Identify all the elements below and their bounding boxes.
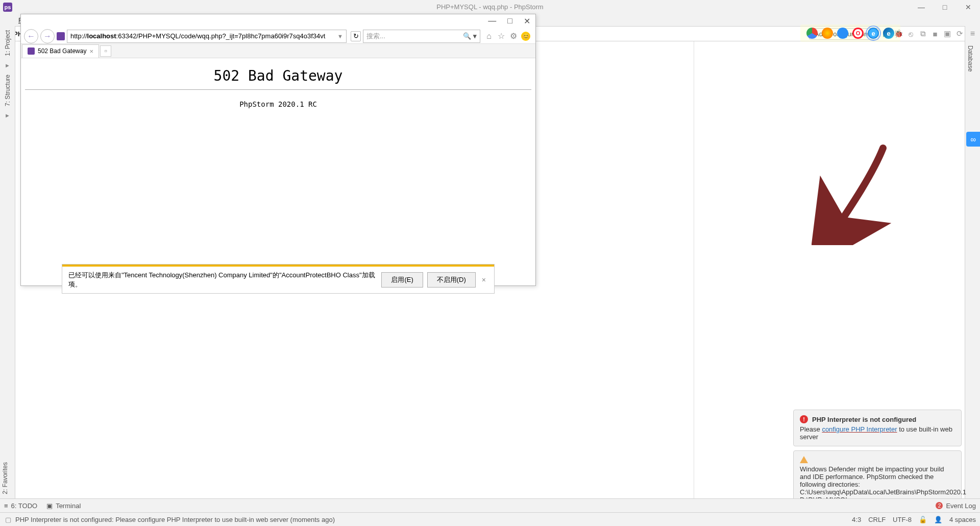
sidebar-project[interactable]: 1: Project bbox=[0, 26, 15, 60]
sidebar-structure[interactable]: 7: Structure bbox=[0, 70, 15, 110]
ie-address-bar[interactable]: http://localhost:63342/PHP+MYSQL/code/wq… bbox=[67, 30, 347, 43]
infobar-close-icon[interactable]: × bbox=[480, 276, 488, 284]
ie-site-icon bbox=[57, 32, 65, 40]
cloud-sync-bubble[interactable]: ∞ bbox=[966, 132, 980, 147]
status-message: PHP Interpreter is not configured: Pleas… bbox=[15, 516, 335, 523]
notification-interpreter: ! PHP Interpreter is not configured Plea… bbox=[793, 410, 962, 446]
sidebar-collapse-icon[interactable]: ► bbox=[0, 60, 15, 70]
disable-button[interactable]: 不启用(D) bbox=[427, 272, 476, 288]
coverage-icon[interactable]: ⎋ bbox=[905, 29, 916, 39]
ie-forward-button[interactable]: → bbox=[40, 29, 55, 43]
ie-close-button[interactable]: ✕ bbox=[524, 16, 530, 26]
sync-icon[interactable]: ⟳ bbox=[954, 29, 965, 39]
ie-feedback-icon[interactable]: 😊 bbox=[521, 32, 530, 41]
ie-tab[interactable]: 502 Bad Gateway × bbox=[22, 44, 99, 58]
error-heading: 502 Bad Gateway bbox=[21, 67, 535, 84]
notification-text-before: Please bbox=[800, 425, 822, 433]
ie-search-placeholder: 搜索... bbox=[366, 32, 385, 41]
ie-minimize-button[interactable]: — bbox=[488, 16, 496, 26]
ie-url-dropdown-icon[interactable]: ▼ bbox=[337, 33, 343, 39]
terminal-tool[interactable]: ▣ Terminal bbox=[46, 502, 81, 510]
layout-icon[interactable]: ▣ bbox=[942, 29, 952, 39]
line-ending[interactable]: CRLF bbox=[868, 516, 886, 523]
close-button[interactable]: ✕ bbox=[957, 0, 980, 14]
defender-dir1: C:\Users\wqq\AppData\Local\JetBrains\Php… bbox=[800, 488, 955, 496]
warning-icon bbox=[800, 456, 808, 463]
inspections-icon[interactable]: 👤 bbox=[934, 515, 942, 523]
ie-tab-favicon bbox=[28, 47, 35, 55]
ie-page-content: 502 Bad Gateway PhpStorm 2020.1 RC 已经可以使… bbox=[21, 58, 535, 300]
server-line: PhpStorm 2020.1 RC bbox=[21, 100, 535, 108]
safari-icon[interactable] bbox=[837, 28, 848, 39]
phpstorm-icon: ps bbox=[3, 3, 12, 12]
maximize-button[interactable]: □ bbox=[933, 0, 957, 14]
status-icon[interactable]: ▢ bbox=[4, 515, 12, 523]
chrome-icon[interactable] bbox=[806, 28, 818, 39]
readonly-icon[interactable]: 🔓 bbox=[919, 515, 927, 523]
event-log-count: 2 bbox=[936, 502, 943, 509]
sidebar-collapse-icon-2[interactable]: ► bbox=[0, 110, 15, 121]
enable-button[interactable]: 启用(E) bbox=[381, 272, 423, 288]
right-sidebar-menu-icon[interactable]: ≡ bbox=[965, 26, 980, 41]
minimize-button[interactable]: — bbox=[910, 0, 933, 14]
ie-home-icon[interactable]: ⌂ bbox=[484, 32, 494, 41]
sidebar-favorites[interactable]: 2: Favorites bbox=[0, 458, 10, 498]
encoding[interactable]: UTF-8 bbox=[893, 516, 912, 523]
firefox-icon[interactable] bbox=[822, 28, 833, 39]
error-icon: ! bbox=[800, 415, 808, 423]
ie-maximize-button[interactable]: □ bbox=[507, 16, 512, 26]
url-path: :63342/PHP+MYSQL/code/wqq.php?_ijt=7pl8h… bbox=[116, 32, 326, 40]
ie-refresh-button[interactable]: ↻ bbox=[351, 31, 361, 41]
edge-icon[interactable]: e bbox=[883, 28, 894, 39]
ie-favorites-icon[interactable]: ☆ bbox=[497, 32, 506, 41]
infobar-message: 已经可以使用来自"Tencent Technology(Shenzhen) Co… bbox=[68, 271, 377, 289]
sidebar-database[interactable]: Database bbox=[965, 41, 975, 76]
notification-title: PHP Interpreter is not configured bbox=[812, 416, 916, 423]
opera-icon[interactable]: O bbox=[852, 28, 864, 39]
stop-icon[interactable]: ■ bbox=[930, 29, 940, 39]
indent-setting[interactable]: 4 spaces bbox=[949, 516, 976, 523]
search-icon[interactable]: 🔍 ▾ bbox=[463, 32, 477, 40]
todo-tool[interactable]: ≡ 6: TODO bbox=[4, 502, 37, 510]
ie-tab-title: 502 Bad Gateway bbox=[38, 47, 86, 55]
url-domain: localhost bbox=[87, 32, 116, 40]
ie-browser-window: — □ ✕ ← → http://localhost:63342/PHP+MYS… bbox=[20, 14, 536, 286]
profiler-icon[interactable]: ⧉ bbox=[918, 29, 928, 39]
divider bbox=[25, 89, 531, 90]
ie-infobar: 已经可以使用来自"Tencent Technology(Shenzhen) Co… bbox=[62, 264, 495, 294]
event-log-tool[interactable]: Event Log bbox=[946, 502, 976, 510]
ie-icon[interactable]: e bbox=[868, 28, 879, 39]
url-scheme: http:// bbox=[70, 32, 87, 40]
configure-interpreter-link[interactable]: configure PHP Interpreter bbox=[822, 425, 897, 433]
ie-search-bar[interactable]: 搜索... 🔍 ▾ bbox=[363, 30, 480, 43]
ie-new-tab-button[interactable]: ▫ bbox=[100, 45, 111, 57]
caret-position[interactable]: 4:3 bbox=[852, 516, 861, 523]
ie-tools-icon[interactable]: ⚙ bbox=[509, 32, 518, 41]
ie-back-button[interactable]: ← bbox=[24, 29, 38, 43]
defender-message: Windows Defender might be impacting your… bbox=[800, 465, 955, 488]
ie-tab-close-icon[interactable]: × bbox=[89, 47, 93, 55]
window-title: PHP+MYSQL - wqq.php - PhpStorm bbox=[436, 3, 543, 11]
cloud-icon: ∞ bbox=[970, 135, 976, 144]
